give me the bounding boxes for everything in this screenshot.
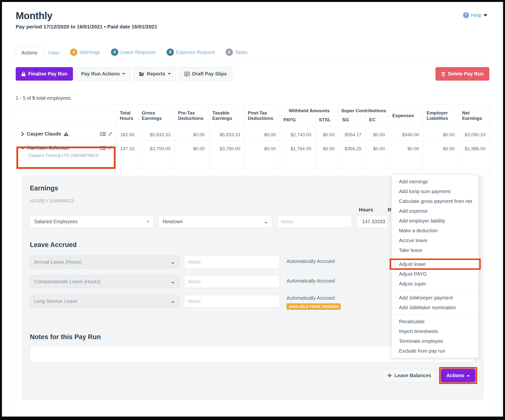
menu-item-terminate-employee[interactable]: Terminate employee (392, 336, 478, 346)
finalise-label: Finalise Pay Run (28, 71, 67, 77)
leave-type-select[interactable]: Annual Leave (Hours)⌄ (30, 256, 179, 268)
chevron-down-icon (146, 221, 149, 222)
cell-pre-tax-deductions: $0.00 (175, 127, 209, 141)
cell-net-earnings: $1,986.00 (459, 141, 490, 169)
cell-taxable-earnings: $5,833.33 (209, 127, 244, 141)
leave-balances-button[interactable]: ✈ Leave Balances (382, 369, 437, 382)
page-title: Monthly (16, 10, 489, 21)
actions-button[interactable]: Actions (441, 369, 475, 382)
menu-item-accrue-leave[interactable]: Accrue leave (392, 235, 478, 245)
caret-down-icon (168, 73, 171, 75)
expense-request-count-badge: 0 (167, 49, 174, 56)
tab-expense-request[interactable]: 0Expense Request (161, 45, 220, 59)
col-group-super-contributions: Super Contributions (339, 105, 389, 116)
cell-stsl: $0.00 (315, 141, 339, 169)
delete-pay-run-button[interactable]: Delete Pay Run (435, 67, 489, 81)
leave-status-text: Automatically Accrued (287, 256, 335, 264)
col-header-employer-liabilities: Employer Liabilities (423, 105, 459, 127)
leave-notes-input[interactable] (184, 295, 280, 308)
leave-available-badge: AVAILABLE FROM: 9/09/2028 (287, 303, 341, 310)
menu-item-adjust-super[interactable]: Adjust super (392, 279, 478, 289)
help-icon: ? (463, 12, 469, 18)
menu-item-adjust-payg[interactable]: Adjust PAYG (392, 269, 478, 279)
cell-post-tax-deductions: $0.00 (244, 141, 280, 169)
leave-status-text: Automatically Accrued (287, 295, 341, 301)
col-header-post-tax-deductions: Post-Tax Deductions (244, 105, 280, 127)
table-row-casper-claude: Casper Claude 182.00 $5,833.33 $0.00 $5,… (16, 127, 490, 141)
cell-sg: $356.25 (339, 141, 366, 169)
panel-buttons: ✈ Leave Balances Actions (30, 369, 475, 382)
menu-item-import-timesheets[interactable]: Import timesheets (392, 326, 478, 336)
cell-gross-earnings: $3,750.00 (138, 141, 175, 169)
menu-item-calculate-gross-payment-from-net[interactable]: Calculate gross payment from net (392, 196, 478, 206)
hours-input[interactable] (357, 215, 387, 228)
employee-name-cell[interactable]: Casper Claude (16, 127, 116, 141)
tab-tasks[interactable]: 2Tasks (220, 45, 253, 59)
menu-item-add-jobmaker-nomination[interactable]: Add JobMaker nomination (392, 303, 478, 312)
chevron-down-icon (483, 14, 487, 16)
help-label: Help (471, 12, 481, 18)
payslip-rows-icon[interactable] (100, 146, 106, 150)
menu-item-recalculate[interactable]: Recalculate (392, 317, 478, 326)
col-header-pre-tax-deductions: Pre-Tax Deductions (175, 105, 209, 127)
tab-leave-requests[interactable]: 4Leave Requests (106, 45, 161, 59)
menu-item-add-expense[interactable]: Add expense (392, 206, 478, 216)
chevron-down-icon[interactable] (21, 146, 25, 150)
summary-suffix: total employees. (35, 95, 72, 101)
employee-name[interactable]: Harrison Johnson (27, 145, 69, 151)
pay-category-select[interactable]: Salaried Employees (30, 215, 154, 228)
tab-actions[interactable]: Actions (16, 47, 43, 59)
menu-item-adjust-leave[interactable]: Adjust leave (392, 259, 478, 269)
leave-notes-input[interactable] (184, 275, 280, 288)
cell-stsl: $0.00 (315, 127, 339, 141)
menu-divider (392, 314, 478, 315)
finalise-pay-run-button[interactable]: Finalise Pay Run (16, 67, 73, 81)
chevron-right-icon[interactable] (21, 132, 24, 136)
toolbar: Finalise Pay Run Pay Run Actions Reports… (16, 67, 489, 81)
cell-payg: $1,764.00 (280, 141, 315, 169)
leave-type-select[interactable]: Long Service Leave⌄ (30, 295, 179, 308)
col-header-sg: SG (339, 116, 366, 127)
tab-label: Expense Request (176, 49, 215, 55)
tab-filter[interactable]: Filter (43, 47, 65, 59)
tab-label: Leave Requests (120, 49, 156, 55)
employee-name-cell[interactable]: Harrison Johnson Casper's Training LTD (… (16, 141, 116, 169)
employee-name[interactable]: Casper Claude (27, 131, 61, 137)
hours-label: Hours (351, 207, 381, 215)
cell-ec: $0.00 (366, 141, 389, 169)
cell-payg: $2,743.00 (280, 127, 315, 141)
draft-pay-slips-button[interactable]: Draft Pay Slips (179, 67, 232, 81)
menu-divider (392, 257, 478, 257)
pay-run-actions-button[interactable]: Pay Run Actions (75, 67, 131, 81)
leave-type-select[interactable]: Compassionate Leave (Hours)⌄ (30, 275, 179, 288)
col-header-stsl: STSL (315, 116, 339, 127)
tab-label: Warnings (80, 49, 100, 55)
menu-item-add-earnings[interactable]: Add earnings (392, 177, 478, 186)
summary-count: 5 (32, 95, 35, 101)
earnings-notes-input[interactable] (277, 215, 352, 228)
reports-button[interactable]: Reports (133, 67, 176, 81)
tab-bar: Actions Filter 3Warnings 4Leave Requests… (16, 45, 489, 59)
menu-item-make-a-deduction[interactable]: Make a deduction (392, 226, 478, 235)
pay-period-subtitle: Pay period 17/12/2020 to 16/01/2021 • Pa… (16, 24, 489, 30)
folder-icon (139, 72, 144, 76)
edit-pencil-icon[interactable] (108, 146, 113, 150)
leave-type-value: Long Service Leave (34, 298, 77, 304)
edit-pencil-icon[interactable] (108, 132, 113, 136)
help-link[interactable]: ? Help (463, 12, 487, 18)
menu-item-take-leave[interactable]: Take leave (392, 245, 478, 255)
employee-company: Casper's Training LTD (58606879663) (28, 153, 113, 158)
cell-post-tax-deductions: $0.00 (244, 127, 280, 141)
menu-item-add-jobkeeper-payment[interactable]: Add JobKeeper payment (392, 293, 478, 303)
actions-menu: Add earnings Add lump sum payment Calcul… (391, 174, 479, 358)
menu-item-exclude-from-pay-run[interactable]: Exclude from pay run (392, 346, 478, 356)
delete-label: Delete Pay Run (448, 71, 484, 77)
reports-label: Reports (147, 71, 165, 77)
leave-requests-count-badge: 4 (111, 49, 118, 56)
location-select[interactable]: Newtown⌄ (158, 215, 272, 228)
menu-item-add-employer-liability[interactable]: Add employer liability (392, 216, 478, 226)
tab-warnings[interactable]: 3Warnings (65, 45, 106, 59)
menu-item-add-lump-sum-payment[interactable]: Add lump sum payment (392, 186, 478, 196)
payslip-rows-icon[interactable] (100, 132, 106, 136)
leave-notes-input[interactable] (184, 256, 280, 268)
